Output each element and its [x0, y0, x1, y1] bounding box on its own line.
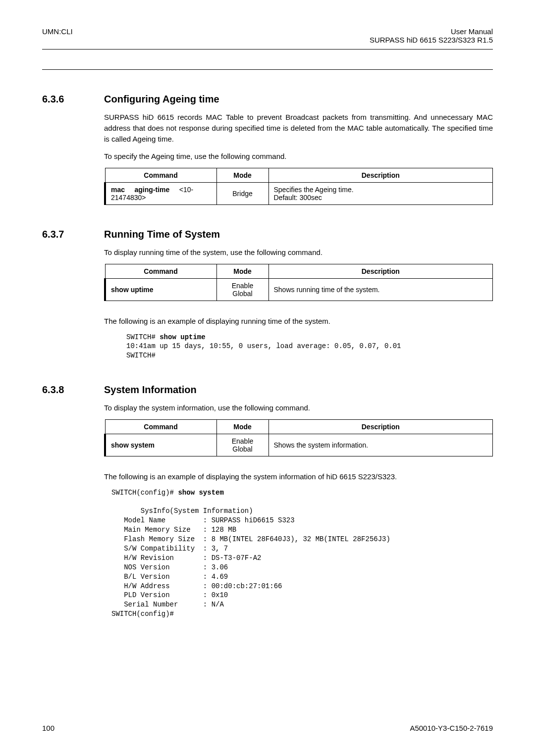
- cell-mode: Bridge: [216, 183, 268, 205]
- command-table: Command Mode Description show system Ena…: [104, 419, 493, 456]
- mode-line: Global: [222, 290, 264, 298]
- paragraph: The following is an example of displayin…: [104, 471, 493, 482]
- code-line-cmd: show uptime: [160, 333, 205, 341]
- cell-command: show system: [105, 434, 216, 456]
- page-header: UMN:CLI User Manual SURPASS hiD 6615 S22…: [0, 0, 535, 44]
- section-heading: 6.3.8 System Information: [42, 384, 493, 396]
- col-header-description: Description: [268, 419, 493, 434]
- code-line: Model Name : SURPASS hiD6615 S323: [111, 516, 295, 524]
- paragraph: To display running time of the system, u…: [104, 247, 493, 258]
- cell-description: Shows the system information.: [268, 434, 493, 456]
- col-header-mode: Mode: [216, 419, 268, 434]
- cell-mode: Enable Global: [216, 278, 268, 301]
- col-header-command: Command: [105, 168, 216, 183]
- code-line: H/W Revision : DS-T3-07F-A2: [111, 554, 261, 562]
- cmd-kw: aging-time: [134, 186, 169, 194]
- command-table: Command Mode Description mac aging-time …: [104, 168, 493, 205]
- code-line: SWITCH(config)#: [111, 610, 174, 618]
- code-line: SWITCH#: [126, 352, 156, 359]
- cell-mode: Enable Global: [216, 434, 268, 456]
- code-line: Main Memory Size : 128 MB: [111, 526, 236, 534]
- table-row: show uptime Enable Global Shows running …: [105, 278, 493, 301]
- code-block: SWITCH(config)# show system SysInfo(Syst…: [111, 488, 493, 619]
- section-number: 6.3.6: [42, 94, 104, 105]
- col-header-mode: Mode: [216, 264, 268, 278]
- table-header-row: Command Mode Description: [105, 264, 493, 278]
- doc-id: A50010-Y3-C150-2-7619: [410, 724, 493, 732]
- mode-line: Enable: [222, 437, 264, 445]
- page-footer: 100 A50010-Y3-C150-2-7619: [42, 724, 493, 732]
- col-header-mode: Mode: [216, 168, 268, 183]
- paragraph: To display the system information, use t…: [104, 403, 493, 413]
- paragraph: SURPASS hiD 6615 records MAC Table to pr…: [104, 112, 493, 144]
- col-header-description: Description: [268, 168, 493, 183]
- section-title: System Information: [104, 384, 197, 396]
- page-number: 100: [42, 724, 54, 732]
- code-line: H/W Address : 00:d0:cb:27:01:66: [111, 582, 282, 590]
- table-header-row: Command Mode Description: [105, 168, 493, 183]
- col-header-description: Description: [268, 264, 493, 278]
- section-heading: 6.3.6 Configuring Ageing time: [42, 94, 493, 105]
- section-title: Running Time of System: [104, 229, 220, 240]
- code-line: 10:41am up 15 days, 10:55, 0 users, load…: [126, 342, 401, 350]
- table-header-row: Command Mode Description: [105, 419, 493, 434]
- section-heading: 6.3.7 Running Time of System: [42, 229, 493, 240]
- code-line-prompt: SWITCH#: [126, 333, 160, 341]
- table-row: show system Enable Global Shows the syst…: [105, 434, 493, 456]
- cmd-kw: show system: [111, 441, 155, 449]
- table-row: mac aging-time <10-21474830> Bridge Spec…: [105, 183, 493, 205]
- header-left: UMN:CLI: [42, 27, 73, 44]
- code-line: S/W Compatibility : 3, 7: [111, 545, 228, 553]
- command-table: Command Mode Description show uptime Ena…: [104, 264, 493, 301]
- cell-command: show uptime: [105, 278, 216, 301]
- cell-description: Shows running time of the system.: [268, 278, 493, 301]
- code-line: NOS Version : 3.06: [111, 563, 228, 571]
- mode-line: Global: [222, 445, 264, 453]
- header-right-line1: User Manual: [370, 27, 493, 36]
- mode-line: Enable: [222, 282, 264, 290]
- header-divider: [42, 49, 493, 50]
- section-number: 6.3.7: [42, 229, 104, 240]
- header-divider-thin: [42, 69, 493, 70]
- code-line-cmd: show system: [178, 489, 223, 497]
- code-line: Flash Memory Size : 8 MB(INTEL 28F640J3)…: [111, 535, 390, 543]
- cmd-kw: show uptime: [111, 286, 154, 294]
- cell-description: Specifies the Ageing time. Default: 300s…: [268, 183, 493, 205]
- section-number: 6.3.8: [42, 384, 104, 396]
- desc-line: Specifies the Ageing time.: [274, 186, 488, 194]
- col-header-command: Command: [105, 264, 216, 278]
- col-header-command: Command: [105, 419, 216, 434]
- paragraph: The following is an example of displayin…: [104, 316, 493, 327]
- code-line-prompt: SWITCH(config)#: [111, 489, 178, 497]
- section-title: Configuring Ageing time: [104, 94, 219, 105]
- cmd-kw: mac: [111, 186, 125, 194]
- cell-command: mac aging-time <10-21474830>: [105, 183, 216, 205]
- header-right: User Manual SURPASS hiD 6615 S223/S323 R…: [370, 27, 493, 44]
- code-line: SysInfo(System Information): [111, 507, 253, 515]
- header-right-line2: SURPASS hiD 6615 S223/S323 R1.5: [370, 36, 493, 44]
- code-line: B/L Version : 4.69: [111, 573, 228, 581]
- desc-line: Default: 300sec: [274, 194, 488, 202]
- paragraph: To specify the Ageing time, use the foll…: [104, 151, 493, 162]
- code-line: Serial Number : N/A: [111, 601, 224, 608]
- code-block: SWITCH# show uptime 10:41am up 15 days, …: [126, 333, 493, 361]
- code-line: PLD Version : 0x10: [111, 591, 228, 599]
